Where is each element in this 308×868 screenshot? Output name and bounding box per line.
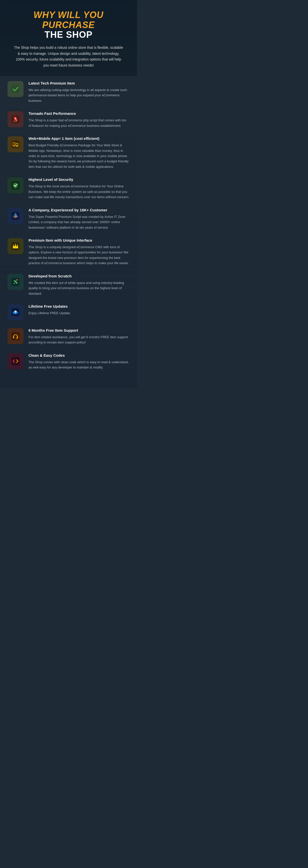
header-section: WHY WILL YOU PURCHASE THE SHOP The Shop … [0,0,137,76]
feature-content-fast-performance: Tornado Fast Performance The Shop is a s… [29,111,130,128]
features-section: Latest Tech Premium Item We are utilizin… [0,76,137,388]
feature-icon-clean-code [7,353,24,369]
svg-rect-20 [13,248,18,248]
feature-title-latest-tech: Latest Tech Premium Item [29,81,130,85]
svg-point-22 [15,244,16,245]
feature-title-fast-performance: Tornado Fast Performance [29,111,130,116]
feature-scratch: Developed from Scratch We created this i… [7,274,130,296]
feature-desc-fast-performance: The Shop is a super fast eCommerce php s… [29,118,130,128]
feature-icon-latest-tech [7,81,24,97]
feature-title-support: 6 Months Free Item Support [29,328,130,333]
hero-subtitle: The Shop helps you build a robust online… [13,45,124,68]
feature-icon-support [7,328,24,344]
feature-title-premium: Premium Item with Unique Interface [29,238,130,242]
svg-rect-8 [13,143,15,145]
svg-rect-6 [11,140,20,148]
code-icon [11,357,20,366]
feature-premium: Premium Item with Unique Interface The S… [7,238,130,266]
feature-desc-security: The Shop is the most secure eCommerce So… [29,184,130,199]
rocket-icon [11,115,20,124]
feature-security: Highest Level of Security The Shop is th… [7,177,130,199]
feature-icon-premium [7,238,24,254]
feature-icon-updates [7,304,24,320]
feature-support: 6 Months Free Item Support For item rela… [7,328,130,345]
feature-content-updates: Lifetime Free Updates Enjoy Lifetime FRE… [29,304,130,316]
feature-company: A Company, Experienced by 16K+ Customer … [7,208,130,230]
triangle-icon [11,211,20,220]
feature-web-mobile: Web+Mobile App= 1 item (cost efficient) … [7,136,130,169]
mobile-icon [11,140,20,149]
feature-desc-company: This Super Powerful Premium Script was c… [29,214,130,230]
feature-icon-company [7,208,24,224]
headphone-icon [11,332,20,341]
feature-content-web-mobile: Web+Mobile App= 1 item (cost efficient) … [29,136,130,169]
feature-content-scratch: Developed from Scratch We created this i… [29,274,130,296]
feature-desc-updates: Enjoy Lifetime FREE Update. [29,310,130,316]
feature-updates: Lifetime Free Updates Enjoy Lifetime FRE… [7,304,130,320]
shield-icon [11,181,20,190]
pencil-icon [11,277,20,286]
svg-rect-12 [17,146,17,147]
feature-icon-fast-performance [7,111,24,127]
svg-point-23 [17,245,18,246]
crown-icon [11,242,20,251]
feature-clean-code: Clean & Easy Codes The Shop comes with c… [7,353,130,370]
feature-title-security: Highest Level of Security [29,177,130,182]
feature-desc-latest-tech: We are utilizing cutting-edge technology… [29,87,130,103]
svg-rect-36 [13,336,14,338]
feature-desc-support: For item related assistance, you will ge… [29,335,130,345]
feature-title-scratch: Developed from Scratch [29,274,130,278]
feature-content-support: 6 Months Free Item Support For item rela… [29,328,130,345]
svg-point-5 [15,118,16,119]
svg-rect-9 [14,146,14,146]
feature-content-clean-code: Clean & Easy Codes The Shop comes with c… [29,353,130,370]
feature-title-company: A Company, Experienced by 16K+ Customer [29,208,130,212]
feature-title-web-mobile: Web+Mobile App= 1 item (cost efficient) [29,136,130,141]
feature-content-security: Highest Level of Security The Shop is th… [29,177,130,199]
feature-title-updates: Lifetime Free Updates [29,304,130,308]
feature-icon-scratch [7,274,24,290]
feature-content-latest-tech: Latest Tech Premium Item We are utilizin… [29,81,130,103]
feature-desc-scratch: We created this item out of white space … [29,280,130,296]
feature-content-premium: Premium Item with Unique Interface The S… [29,238,130,266]
feature-fast-performance: Tornado Fast Performance The Shop is a s… [7,111,130,128]
hero-title-line2: THE SHOP [7,30,130,40]
feature-icon-security [7,177,24,193]
feature-title-clean-code: Clean & Easy Codes [29,353,130,358]
cloud-upload-icon [11,308,20,317]
feature-content-company: A Company, Experienced by 16K+ Customer … [29,208,130,230]
svg-point-21 [13,245,14,246]
feature-desc-web-mobile: Best Budget Friendly eCommerce Package f… [29,143,130,169]
feature-icon-web-mobile [7,136,24,152]
feature-desc-clean-code: The Shop comes with clean code which is … [29,360,130,370]
feature-desc-premium: The Shop is a uniquely designed eCommerc… [29,244,130,266]
page-wrapper: WHY WILL YOU PURCHASE THE SHOP The Shop … [0,0,137,388]
svg-rect-35 [11,332,20,340]
feature-latest-tech: Latest Tech Premium Item We are utilizin… [7,81,130,103]
hero-title-line1: WHY WILL YOU PURCHASE [7,10,130,30]
checkmark-icon [11,85,20,94]
svg-rect-11 [16,144,18,146]
